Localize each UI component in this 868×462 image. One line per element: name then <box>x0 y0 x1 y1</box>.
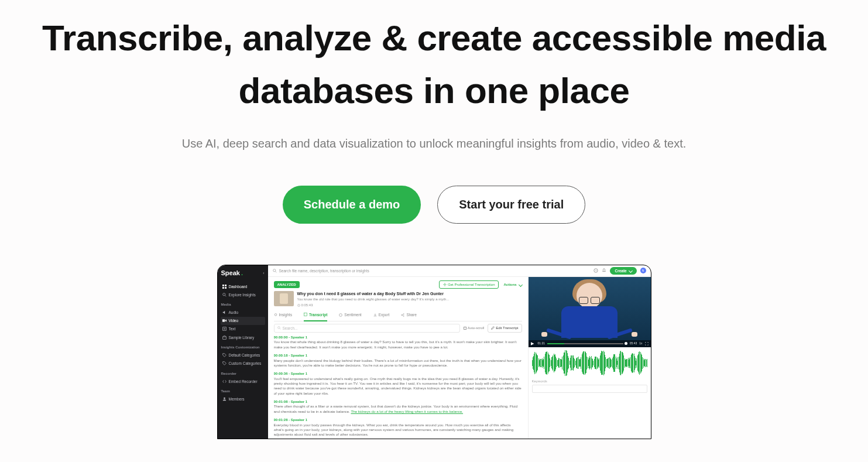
transcript-entry[interactable]: 00:01:08 - Speaker 1There often thought … <box>274 399 522 414</box>
timestamp: 00:01:28 - Speaker 1 <box>274 417 522 422</box>
actions-dropdown[interactable]: Actions <box>503 282 522 287</box>
export-icon <box>373 313 377 317</box>
sidebar-label: Embed Recorder <box>229 379 258 384</box>
search-icon <box>277 326 281 330</box>
file-subtitle: You know the old rule that you need to d… <box>297 297 450 302</box>
svg-rect-2 <box>222 287 224 289</box>
sidebar-video[interactable]: Video <box>221 317 265 325</box>
sidebar-label: Custom Categories <box>229 361 262 366</box>
video-player[interactable]: 01:21 05:43 1x <box>529 277 651 347</box>
sidebar-head-recorder: Recorder <box>221 371 265 376</box>
entry-text: Everyday blood in your body passes throu… <box>274 423 522 437</box>
sidebar-members[interactable]: Members <box>221 395 265 403</box>
tag-icon <box>222 361 227 365</box>
timestamp: 00:00:00 - Speaker 1 <box>274 335 522 340</box>
schedule-demo-button[interactable]: Schedule a demo <box>283 186 421 224</box>
tab-transcript[interactable]: Transcript <box>304 310 327 321</box>
sidebar-head-team: Team <box>221 389 265 393</box>
svg-rect-3 <box>225 287 227 289</box>
sidebar-custom-cat[interactable]: Custom Categories <box>221 360 265 368</box>
search-icon <box>222 293 227 297</box>
transcript-entry[interactable]: 00:00:36 - Speaker 1You'll feel empowere… <box>274 371 522 396</box>
create-button[interactable]: Create <box>610 267 636 275</box>
waveform[interactable] <box>529 347 651 378</box>
keywords-input[interactable] <box>532 385 647 393</box>
share-icon <box>401 313 404 317</box>
tab-share[interactable]: Share <box>401 310 416 321</box>
start-trial-button[interactable]: Start your free trial <box>437 186 585 224</box>
tag-icon <box>222 353 227 357</box>
transcript: 00:00:00 - Speaker 1You know that whole … <box>274 335 522 439</box>
cta-row: Schedule a demo Start your free trial <box>23 186 845 224</box>
app-screenshot: Speak. ‹ Dashboard Explore Insights Medi… <box>217 265 651 439</box>
search-placeholder: Search file name, description, transcrip… <box>279 268 369 273</box>
keywords-section: Keywords <box>529 378 651 394</box>
sidebar-text[interactable]: Text <box>221 325 265 333</box>
sidebar-explore[interactable]: Explore Insights <box>221 290 265 299</box>
entry-text: You'll feel empowered to understand what… <box>274 377 522 396</box>
tab-insights[interactable]: Insights <box>274 310 292 321</box>
tab-export[interactable]: Export <box>373 310 390 321</box>
global-search[interactable]: Search file name, description, transcrip… <box>273 268 594 273</box>
audio-icon <box>222 310 227 314</box>
avatar[interactable]: N <box>640 268 646 273</box>
play-icon[interactable] <box>531 342 534 345</box>
fullscreen-icon[interactable] <box>645 342 649 345</box>
sidebar-embed[interactable]: Embed Recorder <box>221 377 265 385</box>
svg-rect-0 <box>222 285 224 286</box>
library-icon <box>222 336 227 340</box>
entry-text: Many people don't understand the biology… <box>274 358 522 368</box>
dashboard-icon <box>222 285 227 289</box>
video-thumbnail <box>274 291 294 306</box>
sidebar-default-cat[interactable]: Default Categories <box>221 351 265 360</box>
svg-point-18 <box>275 313 277 316</box>
timestamp: 00:00:36 - Speaker 1 <box>274 371 522 376</box>
tab-sentiment[interactable]: Sentiment <box>339 310 361 321</box>
status-chip: ANALYZED <box>274 281 300 288</box>
transcript-entry[interactable]: 00:00:18 - Speaker 1Many people don't un… <box>274 353 522 368</box>
transcript-entry[interactable]: 00:01:28 - Speaker 1Everyday blood in yo… <box>274 417 522 437</box>
sidebar-label: Video <box>229 318 239 323</box>
svg-point-16 <box>444 284 445 285</box>
transcript-search[interactable]: Search... <box>274 324 460 333</box>
video-frame <box>557 283 622 340</box>
entry-text: There often thought of as a filter or a … <box>274 404 522 414</box>
sidebar-label: Audio <box>229 310 239 315</box>
sidebar-label: Sample Library <box>229 335 255 340</box>
svg-point-24 <box>277 327 280 329</box>
app-logo: Speak. ‹ <box>221 269 265 278</box>
seekbar[interactable] <box>547 343 623 344</box>
top-searchbar: Search file name, description, transcrip… <box>268 265 651 277</box>
embed-icon <box>222 379 227 384</box>
speed-label[interactable]: 1x <box>639 341 642 345</box>
sidebar-label: Default Categories <box>229 353 260 358</box>
sidebar-label: Dashboard <box>229 284 248 289</box>
transcript-entry[interactable]: 00:00:00 - Speaker 1You know that whole … <box>274 335 522 350</box>
edit-transcript-button[interactable]: Edit Transcript <box>488 324 522 332</box>
sidebar-head-media: Media <box>221 302 265 307</box>
svg-line-25 <box>279 328 280 330</box>
bell-icon[interactable] <box>602 268 606 273</box>
sidebar-library[interactable]: Sample Library <box>221 333 265 341</box>
hero-title: Transcribe, analyze & create accessible … <box>23 12 845 117</box>
timestamp: 00:00:18 - Speaker 1 <box>274 353 522 358</box>
highlighted-text: The kidneys do a lot of the heavy liftin… <box>351 409 463 413</box>
sidebar-head-insights: Insights Customization <box>221 345 265 350</box>
svg-point-12 <box>273 269 275 272</box>
svg-point-20 <box>339 313 342 316</box>
right-panel: 01:21 05:43 1x Keywords <box>528 277 651 439</box>
svg-rect-10 <box>222 337 226 339</box>
content-panel: ANALYZED Get Professional Transcription … <box>268 277 528 439</box>
file-title: Why you don t need 8 glasses of water a … <box>297 291 450 297</box>
svg-line-13 <box>275 271 276 272</box>
sidebar: Speak. ‹ Dashboard Explore Insights Medi… <box>218 265 268 439</box>
clock-icon <box>297 304 300 307</box>
help-icon[interactable]: ? <box>593 268 598 273</box>
sidebar-audio[interactable]: Audio <box>221 309 265 317</box>
svg-rect-6 <box>222 320 225 322</box>
sidebar-dashboard[interactable]: Dashboard <box>221 282 265 290</box>
autoscroll-checkbox[interactable]: Auto-scroll <box>464 326 484 330</box>
timestamp: 00:01:08 - Speaker 1 <box>274 399 522 404</box>
svg-rect-1 <box>225 285 227 286</box>
pro-transcription-button[interactable]: Get Professional Transcription <box>439 280 499 289</box>
